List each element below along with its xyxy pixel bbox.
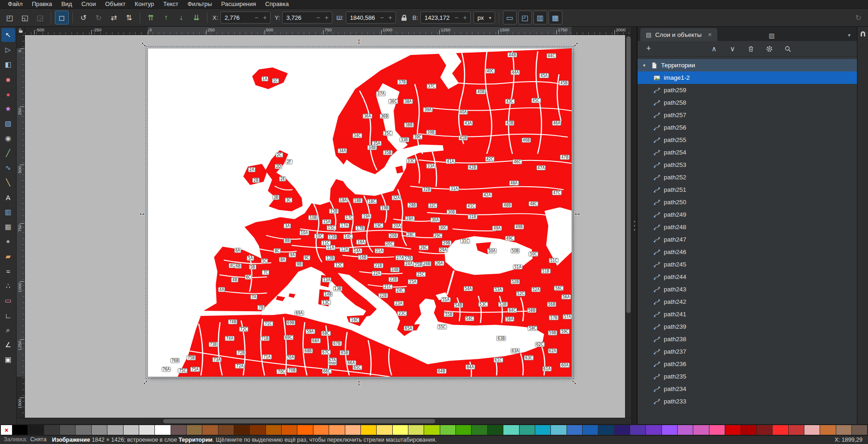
expander-icon[interactable]: ▾ <box>641 63 647 68</box>
move-down-button[interactable]: ∨ <box>727 43 738 54</box>
width-field[interactable]: 1840,586−+ <box>346 12 396 24</box>
lower-icon[interactable]: ↓ <box>174 11 188 24</box>
palette-swatch[interactable] <box>773 425 788 435</box>
layer-item-path253[interactable]: path253 <box>638 159 857 171</box>
palette-swatch[interactable] <box>76 425 91 435</box>
x-field-value[interactable]: 2,776 <box>222 14 252 21</box>
selection-bbox-toggle[interactable]: ◻ <box>55 11 69 24</box>
deselect-icon[interactable]: ◲ <box>33 11 47 24</box>
palette-swatch[interactable] <box>535 425 550 435</box>
horizontal-scrollbar[interactable] <box>25 418 625 424</box>
palette-swatch[interactable] <box>646 425 661 435</box>
layer-item-path233[interactable]: path233 <box>638 395 857 408</box>
palette-swatch[interactable] <box>741 425 756 435</box>
select-all-icon[interactable]: ◰ <box>3 11 17 24</box>
horizontal-ruler[interactable]: -500-250025050075010001250150017502000 <box>25 27 632 35</box>
palette-swatch[interactable] <box>218 425 234 435</box>
layer-item-path234[interactable]: path234 <box>638 383 857 395</box>
snap-toggle-icon[interactable] <box>861 31 865 36</box>
pencil-tool[interactable]: ╱ <box>1 146 15 160</box>
scale-pattern-toggle[interactable]: ▦ <box>549 11 562 24</box>
palette-swatch[interactable] <box>313 425 329 435</box>
palette-swatch[interactable] <box>250 425 265 435</box>
layer-item-path236[interactable]: path236 <box>638 358 857 370</box>
palette-swatch[interactable] <box>234 425 249 435</box>
palette-swatch[interactable] <box>92 425 107 435</box>
layer-item-path238[interactable]: path238 <box>638 333 857 345</box>
palette-swatch[interactable] <box>297 425 313 435</box>
delete-button[interactable] <box>745 43 756 54</box>
tab-layers-and-objects[interactable]: ▤ Слои и объекты × <box>640 28 717 41</box>
scale-stroke-toggle[interactable]: ▭ <box>503 11 517 24</box>
height-field-value[interactable]: 1423,172 <box>422 14 452 21</box>
x-field-decrease[interactable]: − <box>252 14 260 21</box>
palette-swatch[interactable] <box>583 425 598 435</box>
layer-item-path243[interactable]: path243 <box>638 283 857 296</box>
layer-item-path242[interactable]: path242 <box>638 296 857 308</box>
palette-swatch[interactable] <box>44 425 59 435</box>
layer-item-path251[interactable]: path251 <box>638 184 857 196</box>
ruler-corner[interactable] <box>17 27 25 35</box>
select-all-layers-icon[interactable]: ◱ <box>18 11 32 24</box>
spray-tool[interactable]: ∴ <box>1 279 15 293</box>
menubar-item-6[interactable]: Текст <box>159 0 183 8</box>
palette-swatch[interactable] <box>424 425 439 435</box>
palette-swatch[interactable] <box>598 425 614 435</box>
layer-item-path247[interactable]: path247 <box>638 233 857 246</box>
palette-swatch[interactable] <box>28 425 43 435</box>
spiral-tool[interactable]: ◉ <box>1 131 15 145</box>
dock-splitter[interactable] <box>632 27 637 424</box>
menubar-item-1[interactable]: Правка <box>28 0 56 8</box>
scale-handle-nw[interactable]: ↔ <box>139 38 150 49</box>
layer-item-path244[interactable]: path244 <box>638 271 857 283</box>
palette-swatch[interactable] <box>789 425 804 435</box>
settings-button[interactable] <box>764 43 775 54</box>
rotate-ccw-icon[interactable]: ↺ <box>77 11 90 24</box>
menubar-item-9[interactable]: Справка <box>261 0 293 8</box>
fill-stroke-indicator[interactable]: Заливка:Снята Обводка: <box>4 436 47 444</box>
y-field-increase[interactable]: + <box>322 14 331 21</box>
text-tool[interactable]: A <box>1 190 15 204</box>
y-field-decrease[interactable]: − <box>314 14 322 21</box>
palette-swatch[interactable] <box>139 425 154 435</box>
scale-handle-sw[interactable]: ↔ <box>139 376 150 387</box>
selector-tool[interactable]: ↖ <box>1 28 15 42</box>
add-layer-button[interactable]: + <box>643 43 654 54</box>
palette-swatch[interactable] <box>202 425 218 435</box>
width-field-increase[interactable]: + <box>386 14 395 21</box>
menubar-item-0[interactable]: Файл <box>4 0 27 8</box>
layer-item-path235[interactable]: path235 <box>638 370 857 383</box>
height-field-increase[interactable]: + <box>461 14 469 21</box>
y-field[interactable]: 3,726−+ <box>282 12 332 24</box>
layer-item-path239[interactable]: path239 <box>638 320 857 333</box>
pages-tool[interactable]: ▣ <box>1 353 15 367</box>
x-field[interactable]: 2,776−+ <box>220 12 270 24</box>
guide-lock-icon[interactable] <box>19 29 23 33</box>
layer-item-path257[interactable]: path257 <box>638 109 857 121</box>
flip-vertical-icon[interactable]: ⇅ <box>122 11 136 24</box>
palette-swatch[interactable] <box>567 425 582 435</box>
search-button[interactable] <box>782 43 793 54</box>
menubar-item-8[interactable]: Расширения <box>217 0 260 8</box>
dock-tab-secondary[interactable]: ▨ <box>763 30 780 41</box>
layer-item-path246[interactable]: path246 <box>638 246 857 258</box>
palette-swatch[interactable] <box>282 425 297 435</box>
palette-swatch[interactable] <box>503 425 519 435</box>
palette-swatch[interactable] <box>266 425 281 435</box>
palette-swatch[interactable] <box>836 425 851 435</box>
canvas[interactable]: 1A1C2A2B2C2D2E2F3A3B3C4A4B4C5A5B5C6A6B6C… <box>25 35 625 418</box>
palette-swatch[interactable] <box>757 425 772 435</box>
palette-swatch[interactable] <box>171 425 186 435</box>
palette-swatch[interactable] <box>440 425 455 435</box>
box3d-tool[interactable]: ▧ <box>1 117 15 130</box>
palette-swatch[interactable] <box>472 425 487 435</box>
connector-tool[interactable]: ∟ <box>1 308 15 322</box>
shape-builder-tool[interactable]: ◧ <box>1 58 15 71</box>
eraser-tool[interactable]: ▭ <box>1 294 15 308</box>
height-field-decrease[interactable]: − <box>452 14 461 21</box>
move-up-button[interactable]: ∧ <box>709 43 720 54</box>
lower-to-bottom-icon[interactable]: ⇊ <box>189 11 203 24</box>
menubar-item-3[interactable]: Слои <box>77 0 100 8</box>
vertical-ruler[interactable]: 0250500750100012501500 <box>17 35 25 418</box>
palette-swatch[interactable] <box>329 425 344 435</box>
